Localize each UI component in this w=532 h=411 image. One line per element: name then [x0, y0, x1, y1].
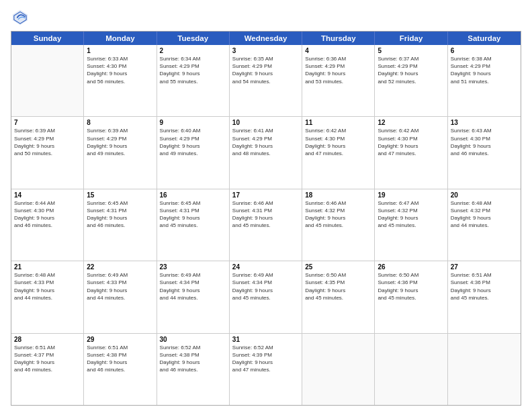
calendar-cell-0-4: 4Sunrise: 6:36 AM Sunset: 4:29 PM Daylig…	[302, 45, 375, 116]
day-info: Sunrise: 6:44 AM Sunset: 4:30 PM Dayligh…	[14, 199, 81, 230]
calendar-cell-4-3: 31Sunrise: 6:52 AM Sunset: 4:39 PM Dayli…	[230, 334, 302, 405]
calendar-cell-3-3: 24Sunrise: 6:49 AM Sunset: 4:34 PM Dayli…	[230, 261, 302, 332]
day-number: 18	[305, 191, 371, 199]
day-number: 25	[305, 263, 371, 271]
calendar-row-2: 14Sunrise: 6:44 AM Sunset: 4:30 PM Dayli…	[11, 189, 521, 261]
day-info: Sunrise: 6:34 AM Sunset: 4:29 PM Dayligh…	[160, 55, 226, 85]
day-info: Sunrise: 6:33 AM Sunset: 4:30 PM Dayligh…	[87, 55, 153, 85]
day-info: Sunrise: 6:49 AM Sunset: 4:33 PM Dayligh…	[87, 271, 153, 302]
day-info: Sunrise: 6:38 AM Sunset: 4:29 PM Dayligh…	[451, 55, 518, 85]
day-number: 19	[378, 191, 444, 199]
day-info: Sunrise: 6:43 AM Sunset: 4:30 PM Dayligh…	[451, 127, 518, 157]
day-number: 30	[160, 336, 226, 343]
day-info: Sunrise: 6:46 AM Sunset: 4:31 PM Dayligh…	[232, 199, 299, 230]
day-number: 22	[87, 263, 153, 271]
day-info: Sunrise: 6:36 AM Sunset: 4:29 PM Dayligh…	[305, 55, 371, 85]
day-number: 31	[232, 336, 299, 343]
header	[11, 8, 521, 27]
day-number: 2	[160, 47, 226, 54]
day-info: Sunrise: 6:52 AM Sunset: 4:38 PM Dayligh…	[160, 344, 226, 374]
weekday-header-wednesday: Wednesday	[230, 32, 302, 45]
calendar-cell-1-2: 9Sunrise: 6:40 AM Sunset: 4:29 PM Daylig…	[157, 117, 230, 188]
day-number: 13	[451, 119, 518, 126]
logo	[11, 8, 32, 27]
day-number: 12	[378, 119, 444, 126]
calendar-cell-4-2: 30Sunrise: 6:52 AM Sunset: 4:38 PM Dayli…	[157, 334, 230, 405]
day-number: 4	[305, 47, 371, 54]
day-number: 28	[14, 336, 81, 343]
calendar-cell-0-6: 6Sunrise: 6:38 AM Sunset: 4:29 PM Daylig…	[448, 45, 521, 116]
day-info: Sunrise: 6:41 AM Sunset: 4:29 PM Dayligh…	[232, 127, 299, 157]
day-info: Sunrise: 6:45 AM Sunset: 4:31 PM Dayligh…	[160, 199, 226, 230]
logo-icon	[11, 8, 30, 27]
calendar-row-4: 28Sunrise: 6:51 AM Sunset: 4:37 PM Dayli…	[11, 333, 521, 405]
day-info: Sunrise: 6:47 AM Sunset: 4:32 PM Dayligh…	[378, 199, 444, 230]
day-info: Sunrise: 6:39 AM Sunset: 4:29 PM Dayligh…	[14, 127, 81, 157]
day-info: Sunrise: 6:51 AM Sunset: 4:38 PM Dayligh…	[87, 344, 153, 374]
day-number: 5	[378, 47, 444, 54]
weekday-header-thursday: Thursday	[302, 32, 375, 45]
calendar-cell-3-4: 25Sunrise: 6:50 AM Sunset: 4:35 PM Dayli…	[302, 261, 375, 332]
day-number: 29	[87, 336, 153, 343]
calendar-header: SundayMondayTuesdayWednesdayThursdayFrid…	[11, 32, 521, 45]
day-info: Sunrise: 6:50 AM Sunset: 4:35 PM Dayligh…	[305, 271, 371, 302]
day-number: 26	[378, 263, 444, 271]
day-number: 8	[87, 119, 153, 126]
calendar-cell-0-5: 5Sunrise: 6:37 AM Sunset: 4:29 PM Daylig…	[375, 45, 447, 116]
calendar-cell-4-1: 29Sunrise: 6:51 AM Sunset: 4:38 PM Dayli…	[84, 334, 157, 405]
day-info: Sunrise: 6:52 AM Sunset: 4:39 PM Dayligh…	[232, 344, 299, 374]
calendar-cell-3-2: 23Sunrise: 6:49 AM Sunset: 4:34 PM Dayli…	[157, 261, 230, 332]
calendar-cell-1-5: 12Sunrise: 6:42 AM Sunset: 4:30 PM Dayli…	[375, 117, 447, 188]
calendar-row-3: 21Sunrise: 6:48 AM Sunset: 4:33 PM Dayli…	[11, 261, 521, 332]
calendar-cell-2-4: 18Sunrise: 6:46 AM Sunset: 4:32 PM Dayli…	[302, 189, 375, 261]
day-info: Sunrise: 6:51 AM Sunset: 4:36 PM Dayligh…	[451, 271, 518, 302]
calendar-cell-3-1: 22Sunrise: 6:49 AM Sunset: 4:33 PM Dayli…	[84, 261, 157, 332]
day-info: Sunrise: 6:40 AM Sunset: 4:29 PM Dayligh…	[160, 127, 226, 157]
calendar-cell-4-0: 28Sunrise: 6:51 AM Sunset: 4:37 PM Dayli…	[11, 334, 84, 405]
calendar-body: 1Sunrise: 6:33 AM Sunset: 4:30 PM Daylig…	[11, 45, 521, 405]
day-number: 15	[87, 191, 153, 199]
day-info: Sunrise: 6:49 AM Sunset: 4:34 PM Dayligh…	[232, 271, 299, 302]
day-info: Sunrise: 6:51 AM Sunset: 4:37 PM Dayligh…	[14, 344, 81, 374]
day-info: Sunrise: 6:49 AM Sunset: 4:34 PM Dayligh…	[160, 271, 226, 302]
day-number: 14	[14, 191, 81, 199]
calendar: SundayMondayTuesdayWednesdayThursdayFrid…	[11, 31, 521, 406]
day-number: 7	[14, 119, 81, 126]
calendar-cell-3-0: 21Sunrise: 6:48 AM Sunset: 4:33 PM Dayli…	[11, 261, 84, 332]
day-info: Sunrise: 6:39 AM Sunset: 4:29 PM Dayligh…	[87, 127, 153, 157]
calendar-cell-2-3: 17Sunrise: 6:46 AM Sunset: 4:31 PM Dayli…	[230, 189, 302, 261]
day-info: Sunrise: 6:45 AM Sunset: 4:31 PM Dayligh…	[87, 199, 153, 230]
weekday-header-tuesday: Tuesday	[157, 32, 230, 45]
day-number: 16	[160, 191, 226, 199]
day-info: Sunrise: 6:50 AM Sunset: 4:36 PM Dayligh…	[378, 271, 444, 302]
calendar-cell-0-0	[11, 45, 84, 116]
calendar-cell-4-4	[302, 334, 375, 405]
day-number: 21	[14, 263, 81, 271]
calendar-cell-2-6: 20Sunrise: 6:48 AM Sunset: 4:32 PM Dayli…	[448, 189, 521, 261]
weekday-header-saturday: Saturday	[448, 32, 521, 45]
day-number: 17	[232, 191, 299, 199]
day-info: Sunrise: 6:48 AM Sunset: 4:32 PM Dayligh…	[451, 199, 518, 230]
calendar-cell-2-2: 16Sunrise: 6:45 AM Sunset: 4:31 PM Dayli…	[157, 189, 230, 261]
day-number: 11	[305, 119, 371, 126]
calendar-cell-1-6: 13Sunrise: 6:43 AM Sunset: 4:30 PM Dayli…	[448, 117, 521, 188]
calendar-cell-1-4: 11Sunrise: 6:42 AM Sunset: 4:30 PM Dayli…	[302, 117, 375, 188]
calendar-row-0: 1Sunrise: 6:33 AM Sunset: 4:30 PM Daylig…	[11, 45, 521, 116]
calendar-cell-2-1: 15Sunrise: 6:45 AM Sunset: 4:31 PM Dayli…	[84, 189, 157, 261]
day-info: Sunrise: 6:42 AM Sunset: 4:30 PM Dayligh…	[378, 127, 444, 157]
calendar-cell-0-2: 2Sunrise: 6:34 AM Sunset: 4:29 PM Daylig…	[157, 45, 230, 116]
day-info: Sunrise: 6:46 AM Sunset: 4:32 PM Dayligh…	[305, 199, 371, 230]
calendar-cell-0-3: 3Sunrise: 6:35 AM Sunset: 4:29 PM Daylig…	[230, 45, 302, 116]
day-number: 23	[160, 263, 226, 271]
weekday-header-monday: Monday	[84, 32, 157, 45]
calendar-cell-1-3: 10Sunrise: 6:41 AM Sunset: 4:29 PM Dayli…	[230, 117, 302, 188]
page: SundayMondayTuesdayWednesdayThursdayFrid…	[0, 0, 532, 411]
day-number: 3	[232, 47, 299, 54]
day-number: 24	[232, 263, 299, 271]
calendar-cell-4-5	[375, 334, 447, 405]
day-number: 6	[451, 47, 518, 54]
calendar-cell-2-0: 14Sunrise: 6:44 AM Sunset: 4:30 PM Dayli…	[11, 189, 84, 261]
day-info: Sunrise: 6:35 AM Sunset: 4:29 PM Dayligh…	[232, 55, 299, 85]
day-number: 1	[87, 47, 153, 54]
calendar-cell-1-0: 7Sunrise: 6:39 AM Sunset: 4:29 PM Daylig…	[11, 117, 84, 188]
